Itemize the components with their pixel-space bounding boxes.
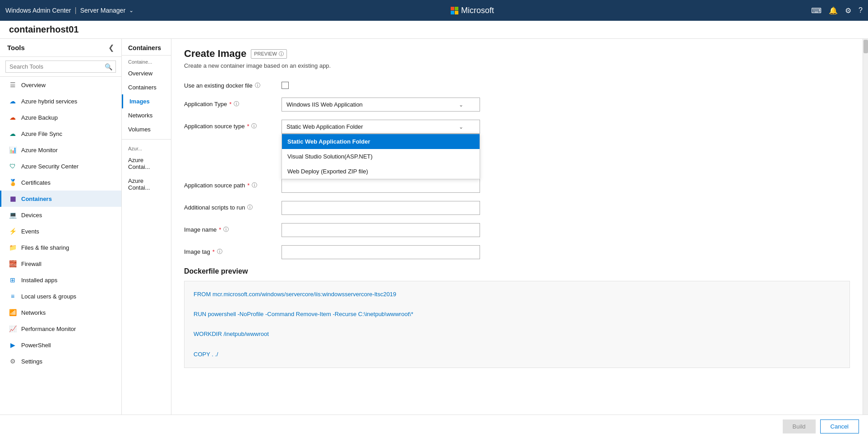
app-type-dropdown[interactable]: Windows IIS Web Application ⌄ [282,98,480,112]
settings-icon[interactable]: ⚙ [845,6,851,15]
dockerfile-line-3: WORKDIR /inetpub/wwwroot [194,329,840,339]
sidebar-item-firewall[interactable]: 🧱 Firewall [0,256,121,272]
containers-divider [122,139,171,140]
dropdown-option-static[interactable]: Static Web Application Folder [282,134,480,149]
create-image-subtitle: Create a new container image based on an… [184,62,850,69]
containers-nav-images[interactable]: Images [122,94,171,108]
sidebar-title: Tools [7,44,25,51]
sidebar-item-label: Azure hybrid services [21,98,77,105]
image-tag-input[interactable] [282,245,480,259]
app-type-required: * [229,101,231,107]
help-icon[interactable]: ? [859,6,863,14]
additional-scripts-input[interactable] [282,201,480,215]
sidebar-item-devices[interactable]: 💻 Devices [0,207,121,223]
networks-icon: 📶 [9,308,17,317]
additional-scripts-label-text: Additional scripts to run [184,204,245,211]
image-tag-info-icon[interactable]: ⓘ [217,248,222,256]
dropdown-option-webdeploy[interactable]: Web Deploy (Exported ZIP file) [282,164,480,179]
sidebar-item-label: PowerShell [21,342,51,349]
azure-hybrid-icon: ☁ [9,97,17,105]
app-type-row: Application Type * ⓘ Windows IIS Web App… [184,98,850,112]
sidebar-item-label: Overview [21,82,46,89]
app-type-value: Windows IIS Web Application [286,101,363,108]
sidebar-item-events[interactable]: ⚡ Events [0,223,121,239]
containers-nav-containers[interactable]: Containers [122,80,171,94]
search-input[interactable] [5,61,116,73]
sidebar-item-label: Installed apps [21,277,57,284]
containers-nav-azure-2[interactable]: Azure Contai... [122,174,171,195]
docker-file-info-icon[interactable]: ⓘ [255,82,260,89]
sidebar-item-azure-security[interactable]: 🛡 Azure Security Center [0,158,121,174]
app-source-path-label: Application source path * ⓘ [184,179,274,189]
microsoft-logo: Microsoft [451,6,494,15]
ms-logo-squares [451,7,458,14]
sidebar-item-settings[interactable]: ⚙ Settings [0,353,121,369]
app-type-label: Application Type * ⓘ [184,98,274,108]
image-name-row: Image name * ⓘ [184,223,850,237]
sidebar-item-certificates[interactable]: 🏅 Certificates [0,174,121,191]
right-scrollbar[interactable] [863,39,868,438]
dockerfile-code-block[interactable]: FROM mcr.microsoft.com/windows/servercor… [184,281,850,368]
docker-file-checkbox[interactable] [282,82,289,89]
sidebar-item-label: Devices [21,212,42,219]
additional-scripts-label: Additional scripts to run ⓘ [184,201,274,211]
sidebar-item-label: Azure Backup [21,114,58,121]
app-source-type-popup: Static Web Application Folder Visual Stu… [282,134,480,179]
containers-nav-networks[interactable]: Networks [122,108,171,122]
sidebar-collapse-button[interactable]: ❮ [108,43,114,52]
sidebar-item-installed-apps[interactable]: ⊞ Installed apps [0,272,121,288]
preview-info-icon[interactable]: ⓘ [279,51,284,57]
sidebar-item-overview[interactable]: ☰ Overview [0,77,121,93]
cancel-button[interactable]: Cancel [820,419,859,433]
sidebar-item-local-users[interactable]: ≡ Local users & groups [0,288,121,304]
containers-nav-volumes[interactable]: Volumes [122,122,171,136]
image-name-info-icon[interactable]: ⓘ [223,226,229,233]
sidebar-header: Tools ❮ [0,39,121,57]
docker-file-label-text: Use an existing docker file [184,82,253,89]
dockerfile-line-blank-2 [194,319,840,329]
image-tag-control [282,245,480,259]
app-type-label-text: Application Type [184,101,227,107]
sidebar-item-label: Azure Monitor [21,147,58,154]
sidebar-item-azure-monitor[interactable]: 📊 Azure Monitor [0,142,121,158]
sidebar-item-label: Files & file sharing [21,244,69,251]
sidebar-item-files[interactable]: 📁 Files & file sharing [0,239,121,256]
create-image-header: Create Image PREVIEW ⓘ [184,48,850,60]
sidebar-item-containers[interactable]: ▦ Containers [0,191,121,207]
ms-square-red [451,7,454,10]
azure-section-label: Azur... [122,142,171,153]
app-source-type-label: Application source type * ⓘ [184,120,274,130]
app-source-type-control: Static Web Application Folder ⌄ Static W… [282,120,480,134]
image-tag-row: Image tag * ⓘ [184,245,850,259]
sidebar-item-powershell[interactable]: ▶ PowerShell [0,337,121,353]
app-source-path-control [282,179,480,193]
app-source-type-info-icon[interactable]: ⓘ [251,122,257,130]
chevron-down-icon[interactable]: ⌄ [129,7,134,14]
server-manager-label[interactable]: Server Manager [80,7,125,14]
app-title: Windows Admin Center [5,7,71,14]
bell-icon[interactable]: 🔔 [829,6,838,15]
sidebar-item-azure-file-sync[interactable]: ☁ Azure File Sync [0,126,121,142]
app-type-info-icon[interactable]: ⓘ [234,100,239,108]
files-icon: 📁 [9,243,17,252]
app-source-type-dropdown[interactable]: Static Web Application Folder ⌄ [282,120,480,134]
sidebar-item-performance[interactable]: 📈 Performance Monitor [0,321,121,337]
top-bar-right: ⌨ 🔔 ⚙ ? [811,6,863,15]
containers-nav-overview[interactable]: Overview [122,66,171,80]
sidebar-item-azure-backup[interactable]: ☁ Azure Backup [0,109,121,126]
build-button[interactable]: Build [783,419,816,433]
devices-icon: 💻 [9,211,17,219]
app-source-path-input[interactable] [282,179,480,193]
containers-panel-title: Containers [122,39,171,56]
dropdown-option-vs[interactable]: Visual Studio Solution(ASP.NET) [282,149,480,164]
host-header: containerhost01 [0,21,868,39]
sidebar-item-networks[interactable]: 📶 Networks [0,304,121,321]
dockerfile-line-4: COPY . ./ [194,349,840,359]
containers-nav-azure-1[interactable]: Azure Contai... [122,153,171,174]
image-name-input[interactable] [282,223,480,237]
sidebar-item-label: Settings [21,358,42,365]
terminal-icon[interactable]: ⌨ [811,6,822,15]
app-source-path-info-icon[interactable]: ⓘ [252,182,257,189]
additional-scripts-info-icon[interactable]: ⓘ [247,204,253,211]
sidebar-item-azure-hybrid[interactable]: ☁ Azure hybrid services [0,93,121,109]
